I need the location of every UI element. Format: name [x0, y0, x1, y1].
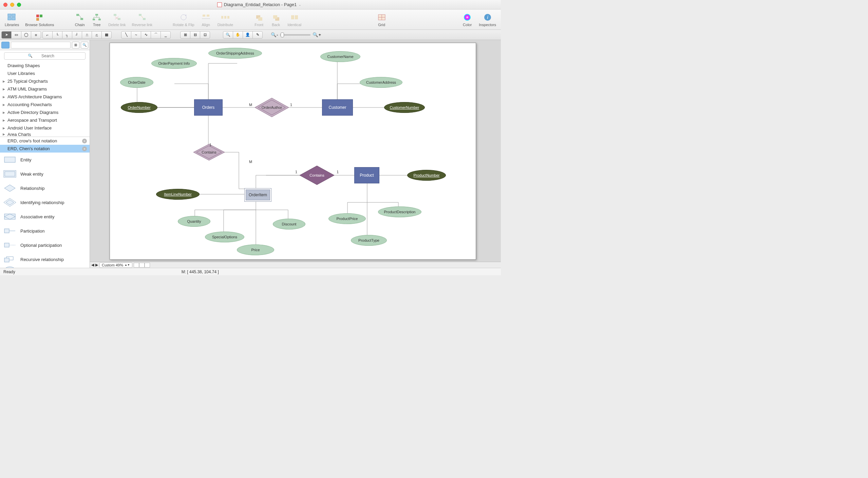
shape-relationship[interactable]: Relationship: [0, 181, 90, 195]
shape-recursive[interactable]: Recursive relationship: [0, 252, 90, 266]
search-toggle-icon[interactable]: 🔍: [81, 42, 88, 48]
connector-5[interactable]: ⎍: [82, 31, 92, 39]
connector-3[interactable]: ┐: [62, 31, 72, 39]
maximize-icon[interactable]: [17, 3, 21, 7]
next-page-icon[interactable]: ▶: [95, 263, 98, 267]
rel-contains-1[interactable]: Contains: [193, 143, 225, 161]
library-filter-input[interactable]: [11, 42, 71, 48]
attr-order-payment[interactable]: OrderPayment Info: [151, 58, 197, 69]
lib-item[interactable]: ▶Aerospace and Transport: [0, 116, 90, 124]
zoom-tool[interactable]: 🔍: [223, 31, 233, 39]
tab-chen[interactable]: ERD, Chen's notation×: [0, 145, 90, 153]
entity-orders[interactable]: Orders: [194, 99, 223, 116]
reverse-link-button[interactable]: Reverse link: [129, 12, 155, 27]
grid-view-icon[interactable]: ⊞: [72, 42, 79, 48]
lib-item[interactable]: ▶25 Typical Orgcharts: [0, 77, 90, 85]
hand-tool[interactable]: ✋: [233, 31, 243, 39]
shape-entity[interactable]: Entity: [0, 153, 90, 167]
shape-participation[interactable]: Participation: [0, 224, 90, 238]
library-mode-icon[interactable]: [1, 42, 10, 48]
libraries-button[interactable]: Libraries: [2, 12, 22, 27]
attr-product-price[interactable]: ProductPrice: [328, 213, 366, 224]
arc-tool[interactable]: ⌒: [151, 31, 161, 39]
line-tool[interactable]: ╲: [121, 31, 131, 39]
attr-discount[interactable]: Discount: [273, 219, 305, 230]
lib-item[interactable]: ▶AWS Architecture Diagrams: [0, 93, 90, 101]
rotate-flip-button[interactable]: Rotate & Flip: [170, 12, 197, 27]
zoom-slider[interactable]: [280, 34, 310, 36]
connector-2[interactable]: └: [52, 31, 62, 39]
crop-tool[interactable]: 👤: [243, 31, 253, 39]
spline-tool[interactable]: ⎯: [161, 31, 171, 39]
attr-item-line-number[interactable]: ItemLineNumber: [156, 189, 200, 200]
text-tool[interactable]: ≡: [31, 31, 41, 39]
connector-7[interactable]: ▦: [101, 31, 112, 39]
identical-button[interactable]: Identical: [285, 12, 304, 27]
lib-item[interactable]: ▶Accounting Flowcharts: [0, 101, 90, 108]
entity-customer[interactable]: Customer: [322, 99, 353, 116]
attr-product-number[interactable]: ProductNumber: [407, 170, 446, 181]
attr-customer-number[interactable]: CustomerNumber: [384, 102, 425, 113]
lib-item[interactable]: User Libraries: [0, 69, 90, 77]
inspectors-button[interactable]: i Inspectors: [476, 12, 499, 27]
attr-special-options[interactable]: SpecialOptions: [205, 232, 244, 242]
page-thumbnails[interactable]: [134, 263, 150, 267]
close-icon[interactable]: ×: [82, 146, 87, 151]
close-icon[interactable]: [3, 3, 7, 7]
delete-link-button[interactable]: Delete link: [106, 12, 128, 27]
minimize-icon[interactable]: [10, 3, 14, 7]
back-button[interactable]: Back: [268, 12, 284, 27]
eyedropper-tool[interactable]: ✎: [252, 31, 263, 39]
grid-button[interactable]: Grid: [374, 12, 390, 27]
lib-item[interactable]: ▶Area Charts: [0, 132, 90, 137]
pointer-tool[interactable]: ➤: [1, 31, 12, 39]
attr-product-type[interactable]: ProductType: [351, 235, 387, 246]
attr-customer-address[interactable]: CustomerAddress: [360, 77, 402, 88]
close-icon[interactable]: ×: [82, 139, 87, 143]
rel-order-author[interactable]: OrderAuthor: [254, 97, 289, 118]
connector-4[interactable]: ┘: [72, 31, 82, 39]
tab-crows-foot[interactable]: ERD, crow's foot notation×: [0, 137, 90, 145]
chain-button[interactable]: Chain: [72, 12, 88, 27]
lib-item[interactable]: ▶Active Directory Diagrams: [0, 108, 90, 116]
color-button[interactable]: Color: [459, 12, 475, 27]
lib-item[interactable]: ▶ATM UML Diagrams: [0, 85, 90, 93]
search-input[interactable]: [4, 52, 86, 60]
group-tool[interactable]: ⊞: [180, 31, 190, 39]
front-button[interactable]: Front: [251, 12, 267, 27]
attr-quantity[interactable]: Quantity: [178, 216, 210, 227]
regroup-tool[interactable]: ⊡: [200, 31, 210, 39]
shape-identifying-rel[interactable]: Identifying relationship: [0, 195, 90, 210]
rel-contains-2[interactable]: Contains: [299, 165, 335, 185]
ungroup-tool[interactable]: ⊟: [190, 31, 200, 39]
attr-order-number[interactable]: OrderNumber: [121, 102, 157, 113]
attr-order-date[interactable]: OrderDate: [120, 77, 153, 88]
connector-6[interactable]: ⎌: [92, 31, 102, 39]
curve-tool[interactable]: ~: [131, 31, 141, 39]
prev-page-icon[interactable]: ◀: [91, 263, 94, 267]
distribute-button[interactable]: Distribute: [215, 12, 236, 27]
zoom-out-button[interactable]: 🔍-: [271, 32, 278, 37]
lib-item[interactable]: Drawing Shapes: [0, 62, 90, 69]
rectangle-tool[interactable]: ▭: [11, 31, 21, 39]
attr-product-desc[interactable]: ProductDescription: [378, 206, 421, 217]
shape-attribute[interactable]: Attribute: [0, 266, 90, 268]
attr-customer-name[interactable]: CustomerName: [320, 51, 360, 62]
entity-product[interactable]: Product: [354, 167, 379, 183]
canvas-scroll[interactable]: Orders Customer Product OrderItem OrderA…: [90, 40, 501, 262]
diagram-page[interactable]: Orders Customer Product OrderItem OrderA…: [110, 43, 476, 260]
attr-price[interactable]: Price: [237, 244, 274, 255]
align-button[interactable]: Align: [198, 12, 214, 27]
entity-order-item[interactable]: OrderItem: [244, 188, 271, 202]
shape-weak-entity[interactable]: Weak entity: [0, 167, 90, 181]
zoom-selector[interactable]: Custom 49%▲▼: [99, 262, 132, 268]
zoom-in-button[interactable]: 🔍+: [313, 32, 321, 37]
browse-solutions-button[interactable]: Browse Solutions: [22, 12, 57, 27]
tree-button[interactable]: Tree: [89, 12, 105, 27]
shape-optional-part[interactable]: Optional participation: [0, 238, 90, 252]
lib-item[interactable]: ▶Android User Interface: [0, 124, 90, 132]
connector-1[interactable]: ⌐: [42, 31, 53, 39]
ellipse-tool[interactable]: ◯: [21, 31, 31, 39]
shape-associative[interactable]: Associative entity: [0, 210, 90, 224]
attr-order-shipping[interactable]: OrderShippingAddress: [208, 48, 262, 59]
